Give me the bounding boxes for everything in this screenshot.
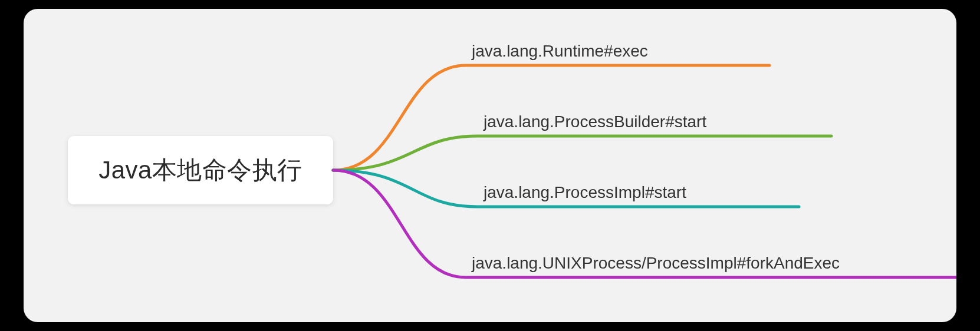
root-node: Java本地命令执行 <box>68 136 333 204</box>
root-label: Java本地命令执行 <box>98 154 302 187</box>
branch-label-0: java.lang.Runtime#exec <box>472 42 648 61</box>
branch-label-2: java.lang.ProcessImpl#start <box>484 183 686 202</box>
connector-1 <box>333 136 831 170</box>
branch-label-1: java.lang.ProcessBuilder#start <box>484 112 706 131</box>
mindmap-canvas: Java本地命令执行 java.lang.Runtime#exec java.l… <box>24 9 956 322</box>
branch-label-3: java.lang.UNIXProcess/ProcessImpl#forkAn… <box>472 254 840 273</box>
